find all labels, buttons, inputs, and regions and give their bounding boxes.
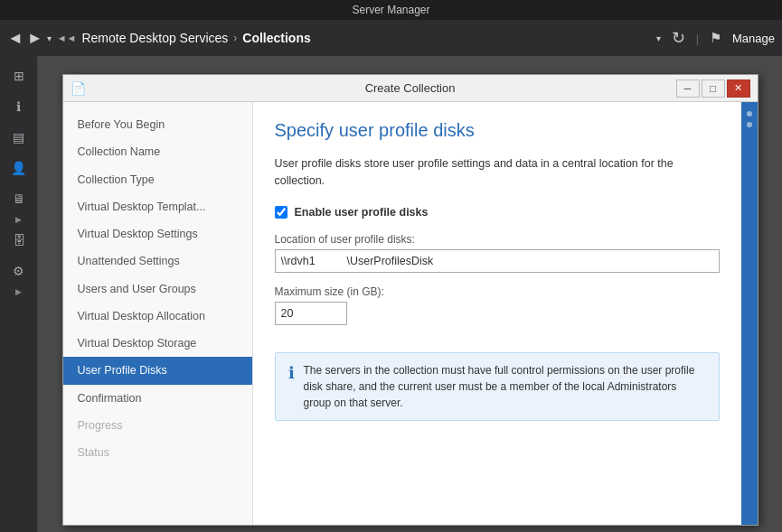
info-text: The servers in the collection must have … <box>304 362 706 411</box>
wizard-nav-item-unattended[interactable]: Unattended Settings <box>63 247 252 275</box>
dialog-title-text: Create Collection <box>63 81 758 95</box>
wizard-content: Specify user profile disks User profile … <box>253 102 741 525</box>
max-size-label: Maximum size (in GB): <box>275 285 720 298</box>
location-label: Location of user profile disks: <box>275 233 720 246</box>
sidebar-icon-layers[interactable]: ▤ <box>3 123 35 152</box>
forward-icon: ► <box>27 29 43 48</box>
minimize-button[interactable]: ─ <box>676 79 700 98</box>
breadcrumb-arrow1: › <box>233 32 237 44</box>
wizard-nav-item-status: Status <box>63 439 252 466</box>
wizard-nav-item-progress: Progress <box>63 412 252 439</box>
dropdown-icon: ▾ <box>47 33 52 43</box>
location-field-group: Location of user profile disks: <box>275 233 720 273</box>
wizard-nav-item-before-you-begin[interactable]: Before You Begin <box>63 111 252 138</box>
wizard-nav: Before You Begin Collection Name Collect… <box>63 102 253 525</box>
sidebar-icon-info[interactable]: ℹ <box>3 92 35 121</box>
breadcrumb-parent1[interactable]: Remote Desktop Services <box>81 31 228 45</box>
wizard-nav-item-confirmation[interactable]: Confirmation <box>63 385 252 412</box>
wizard-nav-item-vd-allocation[interactable]: Virtual Desktop Allocation <box>63 303 252 330</box>
sidebar-icons: ⊞ ℹ ▤ 👤 🖥 ▶ 🗄 ⚙ ▶ <box>0 56 38 532</box>
max-size-field-group: Maximum size (in GB): <box>275 285 720 325</box>
wizard-page-description: User profile disks store user profile se… <box>275 155 720 190</box>
enable-profile-disks-label[interactable]: Enable user profile disks <box>295 206 429 219</box>
flag-icon[interactable]: ⚑ <box>710 30 721 46</box>
sidebar-icon-monitor[interactable]: 🖥 <box>3 184 35 213</box>
dialog-overlay: 📄 Create Collection ─ □ ✕ Before You Beg… <box>38 56 782 532</box>
wizard-nav-item-vd-template[interactable]: Virtual Desktop Templat... <box>63 193 252 220</box>
close-button[interactable]: ✕ <box>727 79 750 98</box>
info-bar: ℹ The servers in the collection must hav… <box>275 352 720 421</box>
panel-dot-1 <box>747 111 752 117</box>
sidebar-icon-user[interactable]: 👤 <box>3 154 35 182</box>
sidebar-expand-group[interactable]: ▶ <box>0 215 38 224</box>
sidebar-icon-tools[interactable]: ⚙ <box>3 257 35 285</box>
sidebar-expand-icon: ▶ <box>15 215 22 224</box>
dialog-title-bar: 📄 Create Collection ─ □ ✕ <box>63 75 758 102</box>
wizard-nav-item-vd-settings[interactable]: Virtual Desktop Settings <box>63 220 252 247</box>
dropdown-arrow-icon: ▾ <box>656 33 661 43</box>
nav-bar: ◄ ► ▾ ◄◄ Remote Desktop Services › Colle… <box>0 20 782 56</box>
wizard-page-title: Specify user profile disks <box>275 120 720 141</box>
sidebar-icon-storage[interactable]: 🗄 <box>3 226 35 255</box>
back-icon: ◄ <box>7 29 24 48</box>
create-collection-dialog: 📄 Create Collection ─ □ ✕ Before You Beg… <box>62 74 758 526</box>
sidebar-icon-dashboard[interactable]: ⊞ <box>3 61 35 90</box>
enable-profile-disks-row: Enable user profile disks <box>275 206 720 219</box>
manage-button[interactable]: Manage <box>732 32 775 45</box>
panel-dot-2 <box>747 122 752 127</box>
nav-right: ▾ ↻ | ⚑ Manage <box>656 28 775 48</box>
enable-profile-disks-checkbox[interactable] <box>275 206 287 219</box>
breadcrumb-separator: ◄◄ <box>57 33 77 43</box>
separator-bar: | <box>696 32 699 45</box>
wizard-nav-item-users[interactable]: Users and User Groups <box>63 275 252 303</box>
wizard-nav-item-profile-disks[interactable]: User Profile Disks <box>63 357 252 384</box>
nav-back-button[interactable]: ◄ ► ▾ <box>7 29 52 48</box>
main-layout: ⊞ ℹ ▤ 👤 🖥 ▶ 🗄 ⚙ ▶ 📄 Create Collection ─ … <box>0 56 782 532</box>
info-icon: ℹ <box>288 363 295 383</box>
max-size-input[interactable] <box>275 302 347 325</box>
right-accent-panel <box>741 102 758 525</box>
title-bar-text: Server Manager <box>352 4 429 16</box>
dialog-controls: ─ □ ✕ <box>676 79 750 98</box>
title-bar: Server Manager <box>0 0 782 20</box>
wizard-nav-item-collection-type[interactable]: Collection Type <box>63 166 252 193</box>
maximize-button[interactable]: □ <box>702 79 725 98</box>
breadcrumb: ◄◄ Remote Desktop Services › Collections <box>57 31 311 45</box>
sidebar-expand-group2[interactable]: ▶ <box>0 287 38 296</box>
dialog-body: Before You Begin Collection Name Collect… <box>63 102 758 525</box>
refresh-icon[interactable]: ↻ <box>672 28 685 48</box>
location-input[interactable] <box>275 249 720 273</box>
sidebar-expand-icon2: ▶ <box>15 287 22 296</box>
wizard-nav-item-collection-name[interactable]: Collection Name <box>63 138 252 165</box>
breadcrumb-parent2[interactable]: Collections <box>242 31 310 45</box>
wizard-nav-item-vd-storage[interactable]: Virtual Desktop Storage <box>63 330 252 357</box>
